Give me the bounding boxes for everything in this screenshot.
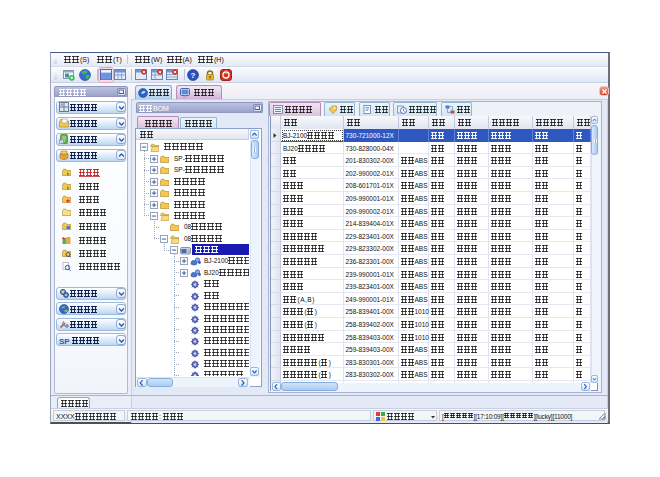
svg-text:?: ? <box>191 71 196 80</box>
svg-text:SP: SP <box>59 336 70 345</box>
